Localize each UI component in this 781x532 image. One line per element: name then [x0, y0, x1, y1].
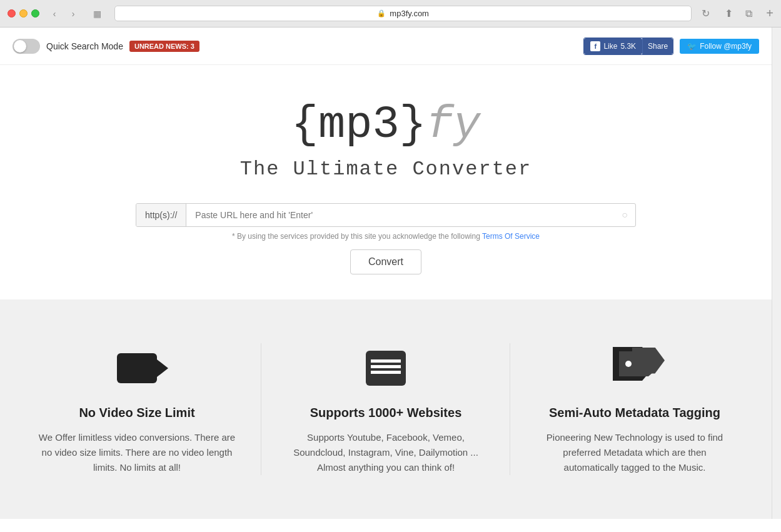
video-camera-icon [38, 343, 236, 393]
forward-button[interactable]: › [64, 7, 82, 21]
logo-fy-part: fy [426, 99, 480, 151]
tag-icon [535, 343, 734, 393]
reload-button[interactable]: ↻ [698, 8, 713, 19]
url-input-clear-icon: ○ [614, 204, 635, 226]
fb-icon: f [590, 41, 600, 51]
tab-overview-button[interactable]: ▦ [88, 7, 106, 21]
twitter-follow-button[interactable]: 🐦 Follow @mp3fy [680, 39, 759, 54]
twitter-follow-label: Follow @mp3fy [700, 42, 752, 51]
svg-marker-2 [619, 351, 660, 376]
feature-no-size-limit: No Video Size Limit We Offer limitless v… [13, 331, 261, 488]
url-input[interactable] [186, 204, 614, 226]
fullscreen-traffic-light[interactable] [31, 9, 39, 18]
site-logo: {mp3}fy [13, 103, 759, 148]
tag-svg [610, 344, 660, 384]
unread-news-badge[interactable]: UNREAD NEWS: 3 [129, 41, 199, 52]
browser-chrome: ‹ › ▦ 🔒 mp3fy.com ↻ ⬆ ⧉ + [0, 0, 781, 28]
feature-1-title: No Video Size Limit [38, 406, 236, 420]
video-icon-shape [117, 353, 157, 383]
feature-3-desc: Pioneering New Technology is used to fin… [535, 430, 734, 475]
feature-2-desc: Supports Youtube, Facebook, Vemeo, Sound… [286, 430, 485, 475]
tos-link[interactable]: Terms Of Service [482, 232, 540, 241]
tag-icon-wrapper [610, 344, 660, 393]
convert-button[interactable]: Convert [350, 249, 421, 274]
list-icon-shape [366, 351, 406, 386]
fb-like-count: 5.3K [620, 42, 636, 51]
browser-actions: ⬆ ⧉ [720, 7, 757, 21]
tos-notice: * By using the services provided by this… [136, 232, 636, 241]
share-action-button[interactable]: ⬆ [720, 7, 737, 21]
fb-like-container: f Like 5.3K Share [583, 38, 673, 55]
tos-text: * By using the services provided by this… [232, 232, 480, 241]
quick-search-toggle[interactable] [13, 39, 40, 54]
list-icon [286, 343, 485, 393]
url-text: mp3fy.com [390, 9, 429, 18]
feature-3-title: Semi-Auto Metadata Tagging [535, 406, 734, 420]
lock-icon: 🔒 [377, 9, 386, 18]
page-wrapper: Quick Search Mode UNREAD NEWS: 3 f Like … [0, 28, 781, 519]
hero-section: {mp3}fy The Ultimate Converter http(s):/… [0, 65, 772, 299]
toggle-container: Quick Search Mode UNREAD NEWS: 3 [13, 39, 199, 54]
feature-2-title: Supports 1000+ Websites [286, 406, 485, 420]
minimize-traffic-light[interactable] [19, 9, 28, 18]
quick-search-label: Quick Search Mode [46, 41, 123, 51]
feature-metadata-tagging: Semi-Auto Metadata Tagging Pioneering Ne… [510, 331, 759, 488]
url-input-area: http(s):// ○ * By using the services pro… [136, 203, 636, 274]
feature-1-desc: We Offer limitless video conversions. Th… [38, 430, 236, 475]
top-bar: Quick Search Mode UNREAD NEWS: 3 f Like … [0, 28, 772, 65]
nav-buttons: ‹ › [46, 7, 82, 21]
back-button[interactable]: ‹ [46, 7, 63, 21]
traffic-lights [8, 9, 39, 18]
social-buttons: f Like 5.3K Share 🐦 Follow @mp3fy [583, 38, 759, 55]
fb-like-label: Like [603, 42, 617, 51]
features-section: No Video Size Limit We Offer limitless v… [0, 299, 772, 519]
url-prefix: http(s):// [136, 204, 186, 226]
url-input-row: http(s):// ○ [136, 203, 636, 227]
fb-like-button[interactable]: f Like 5.3K [584, 38, 642, 54]
fb-share-button[interactable]: Share [642, 38, 673, 54]
feature-1000-sites: Supports 1000+ Websites Supports Youtube… [261, 331, 510, 488]
address-bar[interactable]: 🔒 mp3fy.com [114, 6, 692, 21]
tagline: The Ultimate Converter [13, 158, 759, 181]
page-content: Quick Search Mode UNREAD NEWS: 3 f Like … [0, 28, 772, 519]
svg-point-3 [625, 361, 632, 367]
close-traffic-light[interactable] [8, 9, 16, 18]
logo-mp3-part: {mp3} [291, 99, 426, 151]
twitter-bird-icon: 🐦 [687, 42, 697, 51]
duplicate-tab-button[interactable]: ⧉ [740, 7, 757, 21]
new-tab-button[interactable]: + [766, 6, 773, 21]
scrollbar[interactable] [772, 28, 781, 519]
